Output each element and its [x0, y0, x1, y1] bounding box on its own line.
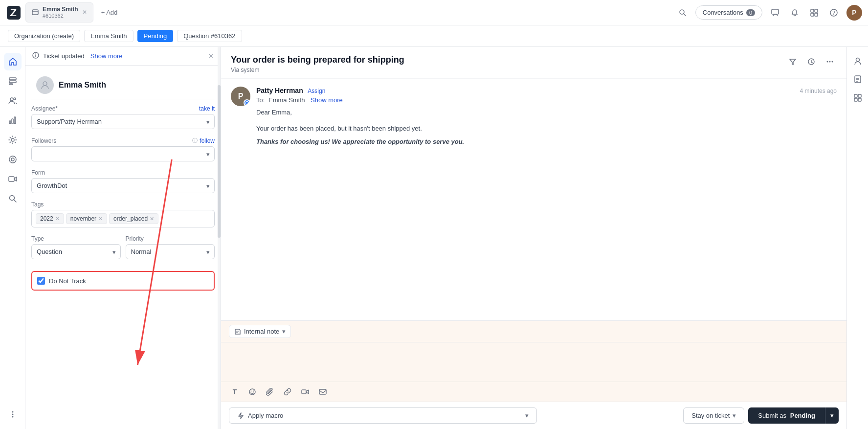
submit-dropdown-button[interactable]: ▾ [825, 407, 839, 424]
internal-note-tab[interactable]: Internal note ▾ [229, 325, 291, 338]
macro-dropdown-icon[interactable]: ▾ [525, 412, 529, 419]
close-notification-button[interactable]: ✕ [208, 52, 214, 60]
priority-select[interactable]: Normal [126, 244, 215, 259]
svg-point-32 [43, 82, 47, 86]
breadcrumb-user[interactable]: Emma Smith [84, 30, 133, 42]
more-options-icon[interactable] [823, 55, 837, 68]
chat-icon[interactable] [768, 6, 782, 20]
svg-point-43 [251, 391, 252, 392]
svg-point-38 [832, 61, 833, 63]
reply-body[interactable] [221, 342, 846, 382]
add-button[interactable]: + Add [97, 7, 122, 18]
conversations-button[interactable]: Conversations 0 [695, 5, 762, 20]
right-panel-user-icon[interactable] [850, 53, 866, 68]
tab-dropdown-icon[interactable]: ▾ [282, 328, 286, 335]
svg-point-28 [12, 416, 13, 418]
nav-search-icon[interactable] [4, 190, 22, 207]
ticket-via: Via system [231, 67, 404, 73]
assign-link[interactable]: Assign [308, 88, 325, 94]
active-tab[interactable]: Emma Smith #610362 ✕ [25, 2, 93, 23]
tag-november-remove[interactable]: ✕ [98, 216, 103, 222]
followers-select[interactable] [31, 146, 215, 161]
conversations-badge: 0 [746, 9, 755, 16]
type-select[interactable]: Question [31, 244, 121, 259]
user-avatar[interactable]: P [846, 5, 862, 21]
messages-area: P Patty Herrman Assign 4 minutes ago [221, 79, 846, 320]
grid-icon[interactable] [807, 6, 821, 20]
email-icon[interactable] [317, 386, 329, 398]
right-panel-doc-icon[interactable] [850, 71, 866, 87]
video-icon[interactable] [299, 386, 311, 398]
right-panel-apps-icon[interactable] [850, 90, 866, 106]
tag-november[interactable]: november✕ [66, 213, 107, 224]
svg-point-47 [856, 58, 859, 62]
nav-home-icon[interactable] [4, 53, 22, 70]
nav-more-icon[interactable] [4, 406, 22, 423]
search-icon[interactable] [676, 6, 690, 20]
user-avatar-sidebar [36, 76, 54, 94]
close-tab-button[interactable]: ✕ [82, 9, 87, 16]
take-it-link[interactable]: take it [199, 105, 215, 112]
breadcrumb-org[interactable]: Organization (create) [8, 30, 80, 42]
submit-button-main[interactable]: Submit as Pending [748, 407, 825, 424]
tag-order-placed[interactable]: order_placed✕ [109, 213, 158, 224]
message-show-more[interactable]: Show more [311, 96, 343, 104]
follow-link[interactable]: follow [200, 137, 215, 144]
message-body: Dear Emma, Your order has been placed, b… [256, 108, 837, 147]
scrollbar-thumb[interactable] [218, 85, 221, 238]
form-select-wrapper: GrowthDot [31, 178, 215, 193]
svg-rect-1 [32, 10, 38, 15]
filter-icon[interactable] [786, 55, 800, 68]
text-format-icon[interactable]: T [229, 386, 241, 398]
svg-point-36 [827, 61, 828, 63]
breadcrumb-ticket[interactable]: Question #610362 [177, 30, 242, 42]
svg-rect-8 [811, 13, 814, 16]
breadcrumb-status[interactable]: Pending [137, 30, 174, 42]
topbar: Emma Smith #610362 ✕ + Add Conversations… [0, 0, 868, 25]
stay-ticket-dropdown-icon[interactable]: ▾ [733, 412, 736, 419]
nav-settings-icon[interactable] [4, 131, 22, 149]
form-select[interactable]: GrowthDot [31, 178, 215, 193]
tag-2022-remove[interactable]: ✕ [55, 216, 60, 222]
lightning-icon [237, 412, 244, 419]
emoji-icon[interactable] [246, 386, 258, 398]
svg-point-37 [829, 61, 831, 63]
tag-2022[interactable]: 2022✕ [36, 213, 64, 224]
do-not-track-label[interactable]: Do Not Track [49, 277, 86, 285]
attach-icon[interactable] [264, 386, 276, 398]
show-more-link[interactable]: Show more [90, 52, 123, 60]
link-icon[interactable] [282, 386, 293, 398]
text-icon-label: T [233, 388, 237, 396]
help-icon[interactable]: ? [827, 6, 841, 20]
tag-order-placed-remove[interactable]: ✕ [150, 216, 154, 222]
stay-on-ticket-button[interactable]: Stay on ticket ▾ [683, 407, 744, 424]
ticket-title: Your order is being prepared for shippin… [231, 55, 404, 65]
nav-users-icon[interactable] [4, 92, 22, 110]
form-field: Form GrowthDot [31, 169, 215, 193]
nav-reports-icon[interactable] [4, 112, 22, 129]
assignee-select[interactable]: Support/Patty Herrman [31, 114, 215, 129]
user-info: Emma Smith [31, 71, 215, 99]
type-select-wrapper: Question [31, 244, 121, 259]
svg-rect-45 [302, 390, 306, 394]
submit-button[interactable]: Submit as Pending ▾ [748, 407, 839, 424]
info-icon [32, 52, 39, 60]
nav-video-icon[interactable] [4, 170, 22, 188]
logo[interactable] [6, 5, 22, 21]
nav-tickets-icon[interactable] [4, 72, 22, 90]
svg-rect-53 [858, 94, 861, 97]
bell-icon[interactable] [788, 6, 801, 20]
ticket-notification: Ticket updated Show more ✕ [25, 47, 221, 66]
apply-macro-button[interactable]: Apply macro ▾ [229, 407, 537, 424]
nav-circle-icon[interactable] [4, 151, 22, 168]
sidebar-content: Emma Smith Assignee* take it Support/Pat… [25, 66, 221, 429]
history-icon[interactable] [804, 55, 818, 68]
form-label: Form [31, 169, 45, 176]
svg-rect-54 [854, 98, 857, 101]
followers-select-wrapper [31, 146, 215, 161]
tags-label: Tags [31, 201, 44, 208]
do-not-track-checkbox[interactable] [37, 277, 45, 285]
reply-area: Internal note ▾ T [221, 320, 846, 402]
tags-container[interactable]: 2022✕ november✕ order_placed✕ [31, 210, 215, 227]
svg-point-15 [10, 98, 13, 101]
